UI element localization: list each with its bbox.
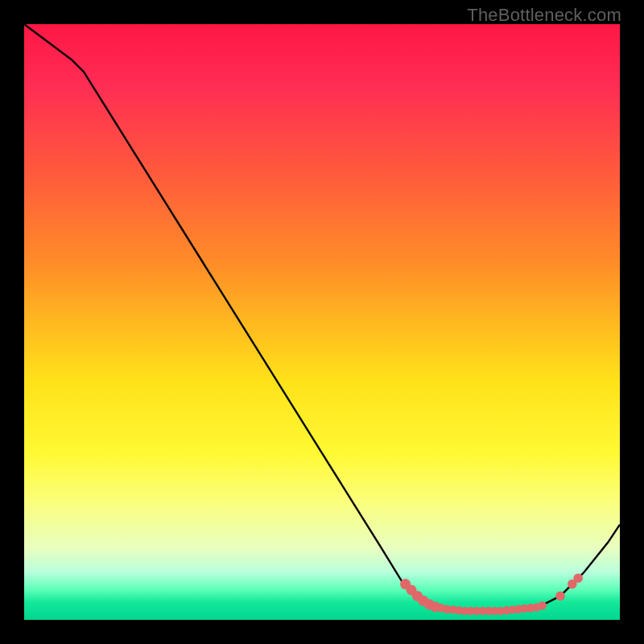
chart-container: TheBottleneck.com xyxy=(0,0,644,644)
marker-point xyxy=(539,601,547,609)
attribution-text: TheBottleneck.com xyxy=(467,5,621,26)
chart-overlay xyxy=(24,24,620,620)
marker-group xyxy=(400,573,583,615)
marker-point xyxy=(555,592,565,601)
main-curve xyxy=(24,24,620,611)
marker-point xyxy=(573,573,583,583)
